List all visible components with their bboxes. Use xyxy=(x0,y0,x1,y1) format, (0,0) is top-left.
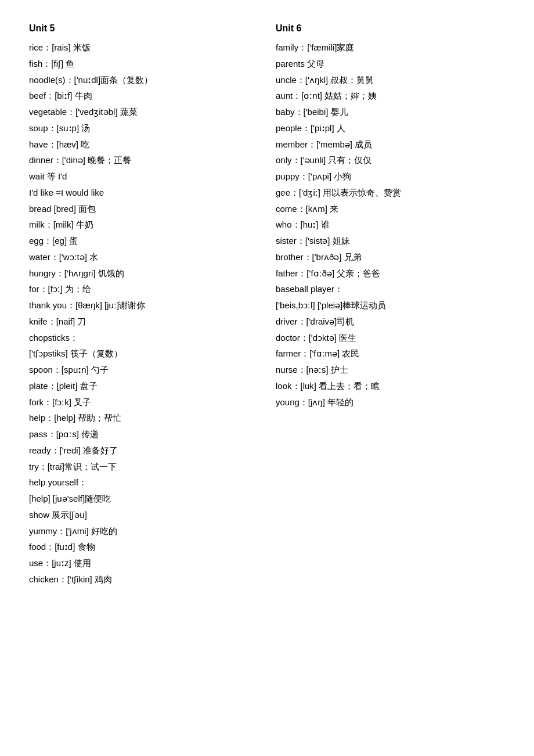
left-column: Unit 5 rice：[rais] 米饭fish：[fiʃ] 鱼noodle(… xyxy=(29,23,270,588)
list-item: baseball player： xyxy=(276,281,505,297)
list-item: nurse：[nəːs] 护士 xyxy=(276,362,505,378)
list-item: [help] [juə'self]随便吃 xyxy=(29,491,258,507)
list-item: chicken：['tʃikin] 鸡肉 xyxy=(29,571,258,588)
list-item: brother：['brʌðə] 兄弟 xyxy=(276,249,505,265)
list-item: for：[fɔː] 为；给 xyxy=(29,281,258,297)
list-item: uncle：['ʌŋkl] 叔叔；舅舅 xyxy=(276,72,505,88)
list-item: dinner：['dinə] 晚餐；正餐 xyxy=(29,152,258,168)
list-item: vegetable：['vedʒitəbl] 蔬菜 xyxy=(29,104,258,120)
list-item: gee：['dʒiː] 用以表示惊奇、赞赏 xyxy=(276,185,505,201)
list-item: I'd like =I would like xyxy=(29,185,258,201)
list-item: driver：['draivə]司机 xyxy=(276,314,505,330)
list-item: wait 等 I'd xyxy=(29,168,258,185)
list-item: use：[juːz] 使用 xyxy=(29,555,258,571)
list-item: baby：['beibi] 婴儿 xyxy=(276,104,505,120)
list-item: fork：[fɔːk] 叉子 xyxy=(29,394,258,411)
list-item: chopsticks： xyxy=(29,330,258,346)
right-unit-title: Unit 6 xyxy=(276,23,505,34)
list-item: father：['fɑːðə] 父亲；爸爸 xyxy=(276,265,505,282)
list-item: food：[fuːd] 食物 xyxy=(29,539,258,555)
list-item: aunt：[ɑːnt] 姑姑；婶；姨 xyxy=(276,88,505,104)
list-item: people：['piːpl] 人 xyxy=(276,120,505,136)
list-item: puppy：['pʌpi] 小狗 xyxy=(276,168,505,185)
list-item: fish：[fiʃ] 鱼 xyxy=(29,56,258,72)
right-column: Unit 6 family：['fæmili]家庭parents 父母uncle… xyxy=(270,23,505,588)
list-item: parents 父母 xyxy=(276,56,505,72)
list-item: pass：[pɑːs] 传递 xyxy=(29,426,258,442)
list-item: have：[hæv] 吃 xyxy=(29,136,258,153)
list-item: knife：[naif] 刀 xyxy=(29,314,258,330)
list-item: doctor：['dɔktə] 医生 xyxy=(276,330,505,346)
list-item: water：['wɔːtə] 水 xyxy=(29,249,258,265)
list-item: farmer：['fɑːmə] 农民 xyxy=(276,345,505,362)
list-item: spoon：[spuːn] 勺子 xyxy=(29,362,258,378)
list-item: try：[trai]常识；试一下 xyxy=(29,459,258,475)
list-item: yummy：['jʌmi] 好吃的 xyxy=(29,523,258,539)
list-item: family：['fæmili]家庭 xyxy=(276,39,505,56)
list-item: hungry：['hʌŋgri] 饥饿的 xyxy=(29,265,258,282)
list-item: young：[jʌŋ] 年轻的 xyxy=(276,394,505,411)
list-item: sister：['sistə] 姐妹 xyxy=(276,233,505,249)
list-item: milk：[milk] 牛奶 xyxy=(29,217,258,233)
list-item: help：[help] 帮助；帮忙 xyxy=(29,410,258,426)
left-unit-title: Unit 5 xyxy=(29,23,258,34)
list-item: ready：['redi] 准备好了 xyxy=(29,442,258,459)
list-item: thank you：[θæŋk] [juː]谢谢你 xyxy=(29,297,258,314)
list-item: come：[kʌm] 来 xyxy=(276,201,505,217)
list-item: rice：[rais] 米饭 xyxy=(29,39,258,56)
list-item: egg：[eg] 蛋 xyxy=(29,233,258,249)
list-item: ['tʃɔpstiks] 筷子（复数） xyxy=(29,345,258,362)
list-item: only：['əunli] 只有；仅仅 xyxy=(276,152,505,168)
list-item: look：[luk] 看上去；看；瞧 xyxy=(276,378,505,394)
list-item: show 展示[ʃəu] xyxy=(29,507,258,523)
left-vocab-list: rice：[rais] 米饭fish：[fiʃ] 鱼noodle(s)：['nu… xyxy=(29,39,258,588)
list-item: who：[huː] 谁 xyxy=(276,217,505,233)
right-vocab-list: family：['fæmili]家庭parents 父母uncle：['ʌŋkl… xyxy=(276,39,505,410)
list-item: member：['membə] 成员 xyxy=(276,136,505,153)
list-item: soup：[suːp] 汤 xyxy=(29,120,258,136)
list-item: plate：[pleit] 盘子 xyxy=(29,378,258,394)
list-item: help yourself： xyxy=(29,474,258,491)
list-item: beef：[biːf] 牛肉 xyxy=(29,88,258,104)
list-item: noodle(s)：['nuːdl]面条（复数） xyxy=(29,72,258,88)
list-item: ['beis,bɔːl] ['pleiə]棒球运动员 xyxy=(276,297,505,314)
list-item: bread [bred] 面包 xyxy=(29,201,258,217)
